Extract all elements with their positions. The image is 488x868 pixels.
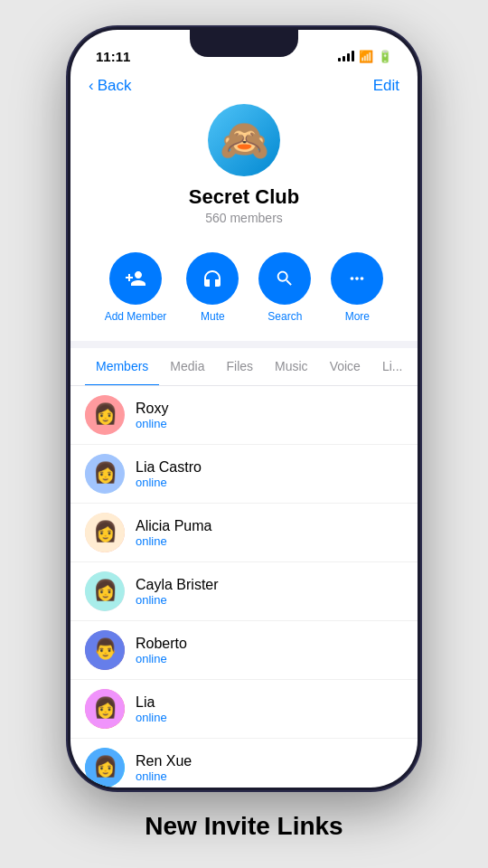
svg-text:👩: 👩 [93, 460, 118, 485]
avatar: 👩 [85, 513, 125, 552]
member-name: Alicia Puma [136, 518, 211, 534]
tab-media[interactable]: Media [159, 348, 215, 386]
svg-text:👩: 👩 [93, 754, 118, 778]
phone-screen: 11:11 📶 🔋 ‹ Back [70, 30, 418, 788]
search-icon-circle [258, 252, 311, 305]
list-item[interactable]: 👩 Cayla Brister online [70, 562, 418, 621]
mute-icon-circle [186, 252, 239, 305]
member-info: Lia Castro online [136, 459, 202, 489]
more-label: More [345, 310, 370, 323]
list-item[interactable]: 👩 Roxy online [70, 386, 418, 445]
members-list: 👩 Roxy online 👩 Lia Castro online [70, 386, 418, 788]
avatar: 👨 [85, 630, 125, 670]
status-time: 11:11 [96, 49, 130, 64]
search-button[interactable]: Search [258, 252, 311, 323]
svg-text:👩: 👩 [93, 578, 118, 602]
section-divider [70, 341, 418, 348]
edit-button[interactable]: Edit [373, 77, 399, 95]
tab-members[interactable]: Members [85, 348, 159, 386]
avatar: 👩 [85, 395, 125, 435]
member-name: Roberto [136, 636, 187, 652]
svg-text:👩: 👩 [93, 519, 118, 543]
list-item[interactable]: 👩 Ren Xue online [70, 739, 418, 788]
member-count: 560 members [205, 211, 283, 225]
member-name: Cayla Brister [136, 577, 219, 593]
list-item[interactable]: 👩 Lia online [70, 680, 418, 739]
member-info: Roberto online [136, 636, 187, 665]
tab-voice[interactable]: Voice [319, 348, 371, 386]
back-label: Back [98, 77, 132, 95]
avatar: 👩 [85, 454, 125, 494]
member-status: online [136, 711, 167, 724]
list-item[interactable]: 👩 Lia Castro online [70, 445, 418, 504]
member-status: online [136, 417, 168, 430]
status-bar: 11:11 📶 🔋 [70, 30, 418, 70]
chevron-left-icon: ‹ [89, 77, 94, 95]
svg-text:👨: 👨 [93, 637, 118, 661]
group-avatar-emoji: 🙈 [220, 117, 269, 164]
page-wrapper: 11:11 📶 🔋 ‹ Back [0, 0, 488, 868]
tab-music[interactable]: Music [264, 348, 319, 386]
more-icon [347, 269, 367, 288]
member-status: online [136, 593, 219, 607]
avatar: 👩 [85, 689, 125, 729]
svg-text:👩: 👩 [93, 695, 118, 720]
list-item[interactable]: 👨 Roberto online [70, 621, 418, 680]
phone-frame: 11:11 📶 🔋 ‹ Back [68, 27, 420, 790]
bottom-title: New Invite Links [145, 812, 343, 841]
member-info: Roxy online [136, 401, 168, 430]
member-name: Ren Xue [136, 753, 192, 769]
group-avatar: 🙈 [208, 104, 280, 176]
member-info: Alicia Puma online [136, 518, 211, 548]
mute-button[interactable]: Mute [186, 252, 239, 323]
list-item[interactable]: 👩 Alicia Puma online [70, 504, 418, 562]
search-icon [275, 269, 295, 288]
more-button[interactable]: More [331, 252, 383, 323]
member-status: online [136, 534, 211, 548]
mute-label: Mute [201, 310, 225, 323]
svg-text:👩: 👩 [93, 401, 118, 426]
avatar: 👩 [85, 748, 125, 788]
member-status: online [136, 652, 187, 665]
member-info: Cayla Brister online [136, 577, 219, 607]
member-name: Lia [136, 694, 167, 711]
action-buttons: Add Member Mute [70, 243, 418, 341]
back-button[interactable]: ‹ Back [89, 77, 131, 95]
more-icon-circle [331, 252, 383, 305]
wifi-icon: 📶 [359, 50, 373, 63]
member-info: Ren Xue online [136, 753, 192, 783]
search-label: Search [267, 310, 302, 323]
notch [190, 30, 298, 57]
member-status: online [136, 476, 202, 489]
avatar: 👩 [85, 571, 125, 611]
add-member-icon-circle [109, 252, 162, 305]
status-icons: 📶 🔋 [338, 50, 392, 63]
tabs-container: Members Media Files Music Voice Li... [70, 348, 418, 386]
add-member-label: Add Member [105, 310, 167, 323]
member-info: Lia online [136, 694, 167, 724]
member-status: online [136, 769, 192, 783]
member-name: Lia Castro [136, 459, 202, 476]
tab-links[interactable]: Li... [371, 348, 414, 386]
add-member-button[interactable]: Add Member [105, 252, 167, 323]
profile-section: 🙈 Secret Club 560 members [70, 104, 418, 243]
mute-icon [202, 268, 223, 289]
group-name: Secret Club [189, 185, 299, 209]
add-member-icon [125, 268, 146, 289]
member-name: Roxy [136, 401, 168, 417]
signal-icon [338, 51, 354, 61]
battery-icon: 🔋 [378, 50, 392, 63]
tab-files[interactable]: Files [216, 348, 265, 386]
nav-bar: ‹ Back Edit [70, 70, 418, 104]
